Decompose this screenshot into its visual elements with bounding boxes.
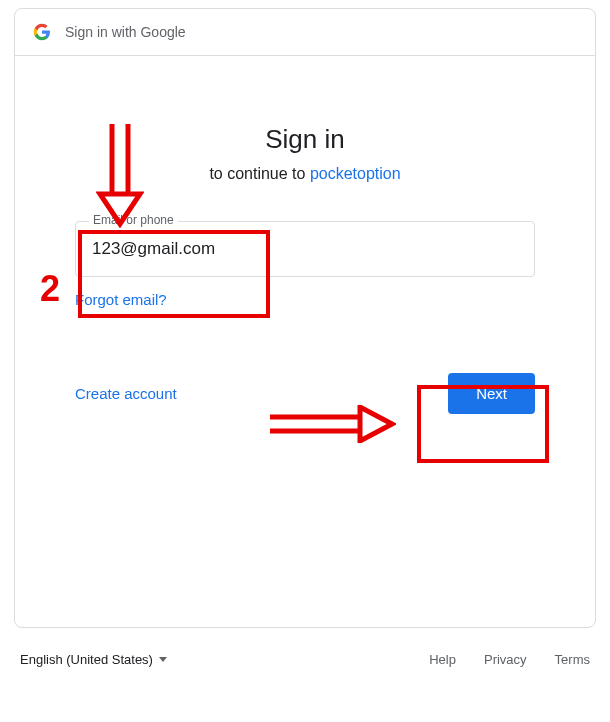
caret-down-icon (159, 657, 167, 662)
footer-links: Help Privacy Terms (429, 652, 590, 667)
terms-link[interactable]: Terms (555, 652, 590, 667)
signin-subtitle: to continue to pocketoption (75, 165, 535, 183)
google-logo-icon (33, 23, 51, 41)
email-label: Email or phone (89, 213, 178, 227)
language-label: English (United States) (20, 652, 153, 667)
email-input-wrap: Email or phone (75, 221, 535, 277)
create-account-link[interactable]: Create account (75, 385, 177, 402)
privacy-link[interactable]: Privacy (484, 652, 527, 667)
app-name-link[interactable]: pocketoption (310, 165, 401, 182)
action-row: Create account Next (75, 373, 535, 414)
forgot-email-link[interactable]: Forgot email? (75, 291, 167, 308)
footer: English (United States) Help Privacy Ter… (14, 628, 596, 667)
signin-subtitle-prefix: to continue to (209, 165, 310, 182)
email-input[interactable] (75, 221, 535, 277)
language-select[interactable]: English (United States) (20, 652, 167, 667)
card-header: Sign in with Google (15, 9, 595, 56)
signin-card: Sign in with Google Sign in to continue … (14, 8, 596, 628)
header-title: Sign in with Google (65, 24, 186, 40)
next-button[interactable]: Next (448, 373, 535, 414)
help-link[interactable]: Help (429, 652, 456, 667)
card-body: Sign in to continue to pocketoption Emai… (15, 56, 595, 414)
signin-title: Sign in (75, 124, 535, 155)
